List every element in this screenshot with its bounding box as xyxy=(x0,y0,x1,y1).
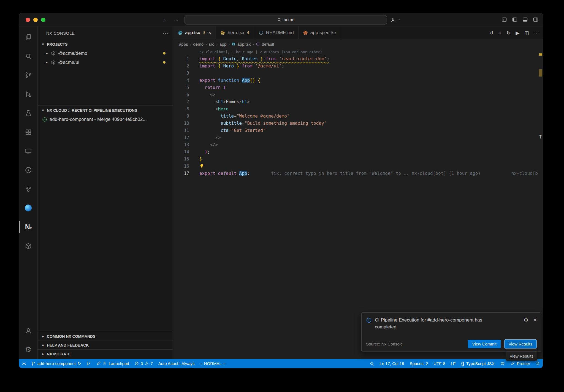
customize-layout-icon[interactable] xyxy=(501,17,507,22)
breadcrumb-item[interactable]: default xyxy=(262,42,274,47)
problems-indicator[interactable]: 0 ⚠ 7 xyxy=(132,359,156,368)
nx-console-icon[interactable]: N≥ xyxy=(19,217,37,236)
outline-circle-icon[interactable]: ○ xyxy=(498,30,501,36)
tab-readme-md[interactable]: README.md xyxy=(254,26,299,39)
extensions-icon[interactable] xyxy=(19,122,37,141)
eol-sequence[interactable]: LF xyxy=(448,359,459,368)
code-line-10[interactable]: 10 subtitle="Build something amazing tod… xyxy=(173,120,543,127)
project-item-acme-demo[interactable]: ▸ @acme/demo xyxy=(38,49,173,58)
code-line-16[interactable]: 16 xyxy=(173,163,543,170)
run-debug-icon[interactable] xyxy=(19,85,37,104)
profile-menu[interactable] xyxy=(390,17,400,23)
project-item-acme-ui[interactable]: ▸ @acme/ui xyxy=(38,58,173,67)
code-line-5[interactable]: 5 return ( xyxy=(173,84,543,91)
explorer-icon[interactable] xyxy=(19,28,37,47)
tab-hero-tsx[interactable]: hero.tsx 4 xyxy=(216,26,254,39)
settings-gear-icon[interactable]: ⚙ xyxy=(19,340,37,359)
close-window-button[interactable] xyxy=(26,18,30,22)
breadcrumb-item[interactable]: app xyxy=(219,42,226,47)
check-circle-icon xyxy=(42,117,47,122)
code-line-9[interactable]: 9 title="Welcome @acme/demo" xyxy=(173,113,543,120)
code-line-4[interactable]: 4export function App() { xyxy=(173,77,543,84)
nx-cloud-header[interactable]: ▾ NX CLOUD :: RECENT CI PIPELINE EXECUTI… xyxy=(38,106,173,115)
auto-attach[interactable]: Auto Attach: Always xyxy=(156,359,197,368)
toggle-secondary-sidebar-icon[interactable] xyxy=(533,17,538,22)
vim-mode[interactable]: -- NORMAL -- xyxy=(197,359,228,368)
code-line-2[interactable]: 2import { Hero } from '@acme/ui'; xyxy=(173,62,543,70)
encoding[interactable]: UTF-8 xyxy=(431,359,448,368)
chevron-right-icon: ▸ xyxy=(41,334,45,338)
forward-button[interactable]: → xyxy=(172,16,180,23)
bell-icon xyxy=(536,361,540,366)
code-line-7[interactable]: 7 <h1>Home</h1> xyxy=(173,98,543,105)
code-line-15[interactable]: 15} xyxy=(173,156,543,163)
remote-indicator[interactable]: >< xyxy=(19,359,28,368)
source-control-icon[interactable] xyxy=(19,66,37,85)
branch-indicator[interactable]: add-hero-component ↻ xyxy=(28,359,84,368)
zoom-indicator[interactable] xyxy=(367,359,377,368)
split-editor-icon[interactable]: ◫ xyxy=(524,30,529,36)
notification-settings-icon[interactable]: ⚙ xyxy=(524,317,528,330)
zoom-window-button[interactable] xyxy=(41,18,45,22)
cursor-position[interactable]: Ln 17, Col 19 xyxy=(377,359,407,368)
edge-tools-icon[interactable] xyxy=(19,198,37,217)
indentation[interactable]: Spaces: 2 xyxy=(407,359,431,368)
run-target-icon[interactable] xyxy=(19,160,37,179)
containers-icon[interactable] xyxy=(19,236,37,255)
remote-explorer-icon[interactable] xyxy=(19,141,37,160)
toggle-panel-icon[interactable] xyxy=(522,17,528,22)
tab-label: app.tsx xyxy=(185,30,200,36)
code-line-8[interactable]: 8 <Hero xyxy=(173,105,543,113)
accounts-icon[interactable] xyxy=(19,321,37,340)
editor-actions: ↺ ○ ↻ ▶ ◫ ⋯ xyxy=(489,26,539,39)
breadcrumb-item[interactable]: demo xyxy=(193,42,204,47)
code-line-17[interactable]: 17export default App; fix: correct typo … xyxy=(173,170,543,177)
project-graph-icon[interactable] xyxy=(19,179,37,198)
section-common-nx-commands[interactable]: ▸ COMMON NX COMMANDS xyxy=(38,332,173,341)
code-line-13[interactable]: 13 </> xyxy=(173,141,543,148)
testing-icon[interactable] xyxy=(19,104,37,122)
more-actions-icon[interactable]: ⋯ xyxy=(163,30,169,36)
tools-icon xyxy=(96,361,101,366)
code-line-6[interactable]: 6 <> xyxy=(173,91,543,98)
more-actions-icon[interactable]: ⋯ xyxy=(534,30,539,36)
chevron-right-icon: › xyxy=(205,42,207,47)
toggle-sidebar-icon[interactable] xyxy=(512,17,517,22)
section-help-and-feedback[interactable]: ▸ HELP AND FEEDBACK xyxy=(38,341,173,349)
code-line-14[interactable]: 14 ); xyxy=(173,148,543,156)
section-nx-migrate[interactable]: ▸ NX MIGRATE xyxy=(38,349,173,358)
editor-group: app.tsx 3 × hero.tsx 4 README.md app.spe… xyxy=(173,26,543,359)
undo-history-icon[interactable]: ↺ xyxy=(489,30,494,36)
tab-app-tsx[interactable]: app.tsx 3 × xyxy=(173,26,216,39)
command-center-search[interactable]: acme xyxy=(185,15,387,24)
breadcrumb-item[interactable]: apps xyxy=(179,42,188,47)
rerun-icon[interactable]: ↻ xyxy=(506,30,511,36)
code-line-11[interactable]: 11 cta="Get Started" xyxy=(173,127,543,134)
close-icon[interactable]: × xyxy=(208,30,211,36)
code-line-1[interactable]: 1import { Route, Routes } from 'react-ro… xyxy=(173,55,543,62)
breadcrumb-item[interactable]: src xyxy=(209,42,214,47)
modified-dot xyxy=(163,61,166,64)
back-button[interactable]: ← xyxy=(161,16,169,23)
lightbulb-icon[interactable] xyxy=(199,164,204,168)
code-line-12[interactable]: 12 /> xyxy=(173,134,543,141)
breadcrumb-item[interactable]: app.tsx xyxy=(237,42,251,47)
minimize-window-button[interactable] xyxy=(33,18,38,22)
run-file-icon[interactable]: ▶ xyxy=(516,30,519,36)
pipeline-label: add-hero-component - Merge 409b44e5cb02.… xyxy=(50,117,147,122)
react-file-icon xyxy=(232,42,235,46)
pipeline-execution-item[interactable]: add-hero-component - Merge 409b44e5cb02.… xyxy=(38,115,173,124)
launchpad-button[interactable]: Launchpad xyxy=(94,359,132,368)
code-line-3[interactable]: 3 xyxy=(173,70,543,77)
chevron-right-icon: › xyxy=(190,42,191,47)
section-projects[interactable]: ▾ PROJECTS xyxy=(38,40,173,49)
notification-close-icon[interactable]: × xyxy=(533,317,536,330)
view-commit-button[interactable]: View Commit xyxy=(468,340,500,348)
tab-app-spec-tsx[interactable]: app.spec.tsx xyxy=(299,26,341,39)
nx-logo: N≥ xyxy=(25,223,32,231)
search-icon[interactable] xyxy=(19,47,37,66)
graph-button[interactable] xyxy=(84,359,94,368)
view-results-button[interactable]: View Results xyxy=(505,340,536,348)
language-mode[interactable]: {} TypeScript JSX xyxy=(458,359,497,368)
react-file-icon xyxy=(220,30,225,35)
